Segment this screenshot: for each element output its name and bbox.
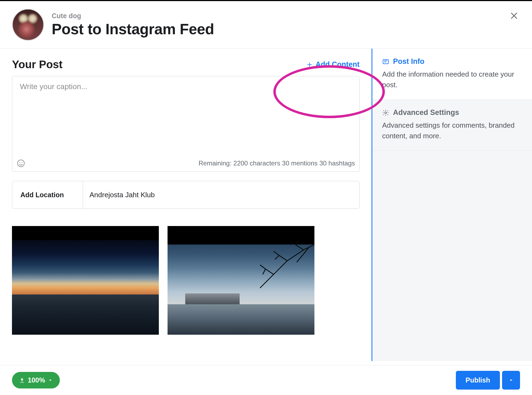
header-text-block: Cute dog Post to Instagram Feed (52, 12, 214, 38)
location-value: Andrejosta Jaht Klub (83, 181, 359, 208)
caret-down-icon (508, 378, 514, 383)
thumbnail-image (12, 240, 159, 294)
left-pane: Your Post Add Content Re (0, 49, 372, 361)
emoji-button[interactable] (17, 159, 25, 168)
emoji-icon (17, 159, 25, 167)
sidebar-item-advanced-settings[interactable]: Advanced Settings Advanced settings for … (372, 99, 532, 151)
sidebar-filler (372, 151, 532, 361)
caption-box: Remaining: 2200 characters 30 mentions 3… (12, 76, 360, 172)
plus-icon (306, 61, 313, 68)
post-info-title: Post Info (393, 57, 425, 66)
advanced-desc: Advanced settings for comments, branded … (382, 120, 522, 141)
advanced-title: Advanced Settings (393, 108, 459, 117)
upload-percent: 100% (28, 376, 45, 384)
upload-icon (19, 377, 25, 383)
svg-point-10 (385, 112, 387, 114)
tree-branches (249, 239, 314, 293)
post-info-desc: Add the information needed to create you… (382, 69, 522, 90)
caret-down-icon (48, 378, 53, 383)
location-label: Add Location (12, 181, 83, 208)
media-thumbnail[interactable] (168, 226, 314, 335)
section-title: Your Post (12, 58, 63, 71)
publish-button-group: Publish (456, 371, 520, 390)
post-info-heading: Post Info (382, 57, 522, 66)
svg-point-5 (19, 162, 20, 163)
sidebar-item-post-info[interactable]: Post Info Add the information needed to … (372, 49, 532, 99)
header-subtitle: Cute dog (52, 12, 214, 20)
upload-status-button[interactable]: 100% (12, 372, 60, 388)
right-pane: Post Info Add the information needed to … (372, 49, 532, 361)
modal-header: Cute dog Post to Instagram Feed (0, 1, 532, 49)
svg-point-4 (18, 160, 24, 167)
publish-dropdown-button[interactable] (502, 371, 520, 390)
gear-icon (382, 109, 389, 116)
caption-footer: Remaining: 2200 characters 30 mentions 3… (12, 156, 359, 171)
modal-body: Your Post Add Content Re (0, 49, 532, 361)
close-button[interactable] (508, 10, 520, 22)
your-post-header: Your Post Add Content (12, 58, 360, 71)
header-title: Post to Instagram Feed (52, 20, 214, 38)
location-row[interactable]: Add Location Andrejosta Jaht Klub (12, 181, 360, 209)
add-content-label: Add Content (316, 60, 360, 69)
modal-footer: 100% Publish (0, 365, 532, 395)
avatar-image (13, 10, 43, 40)
media-thumbnail[interactable] (12, 226, 159, 335)
svg-point-6 (22, 162, 23, 163)
publish-button[interactable]: Publish (456, 371, 500, 390)
add-content-button[interactable]: Add Content (306, 60, 360, 69)
remaining-counter: Remaining: 2200 characters 30 mentions 3… (199, 159, 355, 167)
post-info-icon (382, 58, 389, 65)
advanced-heading: Advanced Settings (382, 108, 522, 117)
avatar (12, 9, 44, 41)
caption-input[interactable] (12, 76, 359, 155)
close-icon (509, 11, 519, 21)
media-thumbnails (12, 226, 360, 335)
